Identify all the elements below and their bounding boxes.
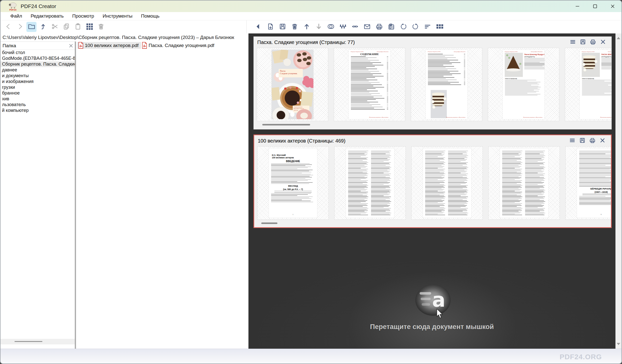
scrollbar-thumb[interactable] (14, 341, 43, 342)
merge-documents-button[interactable] (326, 22, 336, 32)
menu-item-4[interactable]: Помощь (137, 12, 164, 20)
sidebar-horizontal-scrollbar[interactable] (1, 339, 75, 344)
file-row[interactable]: Пасха. Сладкие угощения.pdf (141, 42, 217, 49)
arrow-up-level-icon (39, 23, 47, 31)
sidebar-item-7[interactable]: бранное (1, 90, 75, 96)
page-thumbnail[interactable] (488, 146, 560, 220)
menu-item-2[interactable]: Просмотр (68, 12, 98, 20)
sort-documents-button[interactable] (422, 22, 432, 32)
delete-button[interactable] (96, 22, 106, 32)
title-bar: PDF24 PDF24 Creator (1, 1, 621, 12)
previous-button[interactable] (253, 22, 263, 32)
move-up-button[interactable] (302, 22, 312, 32)
grid-view-button[interactable] (434, 22, 445, 32)
file-toolbar (1, 22, 246, 32)
menu-item-1[interactable]: Редактировать (26, 12, 68, 20)
save-button[interactable] (277, 22, 287, 32)
scrollbar-thumb[interactable] (262, 124, 310, 125)
trash-icon (291, 23, 299, 31)
pdf-file-icon (78, 42, 84, 49)
save-document-button[interactable] (578, 38, 588, 47)
sidebar-item-2[interactable]: Сборник рецептов. Пасха. Сладкие (1, 61, 75, 67)
open-folder-button[interactable] (26, 22, 36, 32)
rotate-right-button[interactable] (410, 22, 420, 32)
address-bar[interactable]: C:\Users\Valeriy Lipovtsev\Desktop\Сборн… (1, 33, 248, 42)
add-document-button[interactable] (265, 22, 275, 32)
sidebar-item-5[interactable]: и изображения (1, 79, 75, 84)
page-thumbnail[interactable]: Сборник Рецептов 2023Автор Дарья Близнюк… (488, 48, 559, 121)
printer-icon (375, 23, 383, 31)
page-thumbnail[interactable] (334, 146, 406, 220)
scrollbar-thumb[interactable] (261, 222, 277, 224)
print-button[interactable] (374, 22, 384, 32)
recipe-photo (505, 53, 523, 77)
page-thumbnail[interactable]: Сборник Рецептов 2023Автор Дарья Близнюк… (334, 48, 405, 121)
back-button[interactable] (3, 22, 13, 32)
document-group-actors[interactable]: 100 великих актеров (Страницы: 469) И.А.… (253, 134, 612, 228)
floppy-icon (579, 38, 586, 46)
send-email-button[interactable] (362, 22, 372, 32)
forward-button[interactable] (15, 22, 25, 32)
page-script-right: Автор Дарья Близнюк (531, 51, 542, 52)
doc-plus-icon (267, 23, 274, 31)
interleave-pages-button[interactable] (338, 22, 348, 32)
sidebar-item-1[interactable]: GodMode.{ED7BA470-8E54-465E-82 (1, 56, 75, 61)
save-document-button[interactable] (577, 136, 587, 145)
up-one-level-button[interactable] (38, 22, 48, 32)
group-header: 100 великих актеров (Страницы: 469) (254, 135, 611, 146)
page-thumbnail[interactable]: Сборник Рецептов 2023Автор Дарья Близнюк… (565, 48, 611, 121)
print-document-button[interactable] (588, 38, 598, 47)
toolbar (1, 20, 621, 34)
preview-button[interactable] (350, 22, 360, 32)
document-workspace: Пасха. Сладкие угощения (Страницы: 77) П… (248, 33, 621, 349)
close-button[interactable] (604, 1, 621, 12)
page-thumbnail[interactable]: Пасха.Сладкие угощения.Сборник рецептовА… (257, 48, 328, 121)
tile-view-button[interactable] (84, 22, 94, 32)
close-x-icon (599, 137, 606, 145)
menu-item-3[interactable]: Инструменты (98, 12, 137, 20)
group-horizontal-scrollbar[interactable] (254, 122, 611, 128)
sidebar-item-6[interactable]: грузки (1, 84, 75, 90)
copy-button[interactable] (61, 22, 71, 32)
sidebar-item-8[interactable]: хив (1, 96, 75, 102)
sidebar-item-9[interactable]: льзователь (1, 102, 75, 108)
minimize-button[interactable] (569, 1, 586, 12)
workspace-vertical-scrollbar[interactable] (615, 33, 621, 349)
paste-button[interactable] (73, 22, 83, 32)
folder-list: бочий столGodMode.{ED7BA470-8E54-465E-82… (1, 50, 75, 113)
close-folder-panel-icon[interactable] (67, 42, 75, 49)
scroll-up-arrow-icon[interactable] (617, 37, 620, 39)
group-horizontal-scrollbar[interactable] (254, 220, 611, 227)
document-menu-button[interactable] (567, 136, 577, 145)
pdf-page: И.А. Мусский100 великих актеровВВЕДЕНИЕФ… (269, 148, 317, 218)
close-document-button[interactable] (597, 136, 607, 145)
scroll-down-arrow-icon[interactable] (617, 343, 620, 345)
group-title: Пасха. Сладкие угощения (Страницы: 77) (257, 39, 568, 45)
delete-document-button[interactable] (289, 22, 300, 32)
interleave-icon (339, 23, 347, 31)
document-toolbar (246, 20, 446, 33)
sidebar-item-4[interactable]: и документы (1, 73, 75, 79)
maximize-button[interactable] (586, 1, 604, 12)
hamburger-icon (569, 38, 576, 46)
cut-button[interactable] (50, 22, 60, 32)
page-script-right: Автор Дарья Близнюк (454, 51, 465, 52)
page-thumbnail[interactable]: БЁРБЕДЖ РИЧАРД(1567—1619)9 (565, 146, 611, 220)
fax-button[interactable] (386, 22, 396, 32)
file-row[interactable]: 100 великих актеров.pdf (77, 42, 141, 49)
document-group-pasha[interactable]: Пасха. Сладкие угощения (Страницы: 77) П… (253, 36, 612, 129)
pdf-page (423, 148, 471, 218)
print-document-button[interactable] (587, 136, 597, 145)
menu-item-0[interactable]: Файл (6, 12, 26, 20)
move-down-button[interactable] (314, 22, 324, 32)
sidebar-item-10[interactable]: й компьютер (1, 108, 75, 113)
page-thumbnail[interactable]: И.А. Мусский100 великих актеровВВЕДЕНИЕФ… (257, 146, 329, 220)
document-menu-button[interactable] (568, 38, 578, 47)
page-thumbnail[interactable] (411, 146, 483, 220)
rotate-left-button[interactable] (398, 22, 408, 32)
close-document-button[interactable] (598, 38, 608, 47)
sidebar-item-3[interactable]: давнее (1, 67, 75, 73)
page-thumbnail[interactable]: Сборник Рецептов 2023Автор Дарья Близнюк… (411, 48, 482, 121)
current-path: C:\Users\Valeriy Lipovtsev\Desktop\Сборн… (3, 35, 234, 40)
sidebar-item-0[interactable]: бочий стол (1, 50, 75, 56)
